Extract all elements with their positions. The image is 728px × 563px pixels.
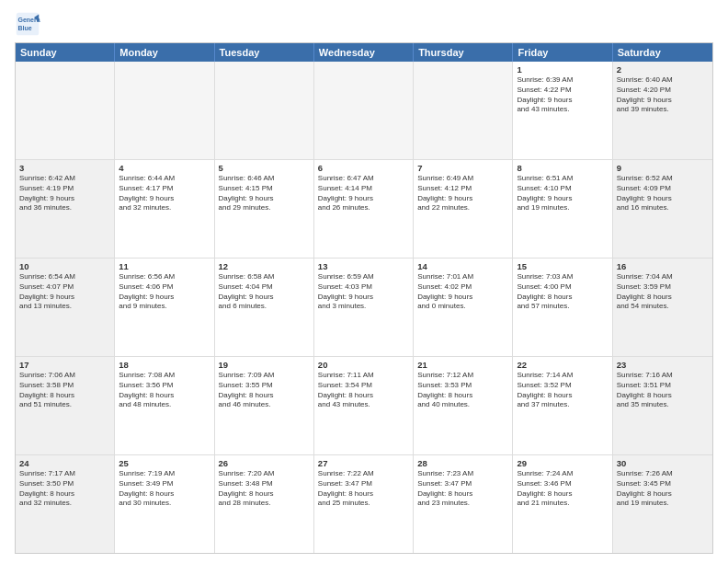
calendar-cell: 25Sunrise: 7:19 AM Sunset: 3:49 PM Dayli… <box>115 455 214 553</box>
cell-details: Sunrise: 7:12 AM Sunset: 3:53 PM Dayligh… <box>417 371 508 410</box>
day-number: 5 <box>219 163 310 173</box>
calendar-row-1: 1Sunrise: 6:39 AM Sunset: 4:22 PM Daylig… <box>16 62 712 160</box>
calendar: SundayMondayTuesdayWednesdayThursdayFrid… <box>15 42 713 554</box>
calendar-cell: 4Sunrise: 6:44 AM Sunset: 4:17 PM Daylig… <box>115 160 214 258</box>
calendar-cell: 19Sunrise: 7:09 AM Sunset: 3:55 PM Dayli… <box>215 357 314 454</box>
calendar-cell: 10Sunrise: 6:54 AM Sunset: 4:07 PM Dayli… <box>16 259 115 356</box>
day-number: 7 <box>417 163 508 173</box>
calendar-cell: 27Sunrise: 7:22 AM Sunset: 3:47 PM Dayli… <box>314 455 414 553</box>
calendar-cell: 22Sunrise: 7:14 AM Sunset: 3:52 PM Dayli… <box>513 357 612 454</box>
cell-details: Sunrise: 6:51 AM Sunset: 4:10 PM Dayligh… <box>517 174 608 213</box>
day-number: 22 <box>517 360 608 370</box>
cell-details: Sunrise: 7:17 AM Sunset: 3:50 PM Dayligh… <box>19 469 110 509</box>
day-number: 21 <box>417 360 508 370</box>
day-number: 27 <box>318 458 409 468</box>
day-number: 19 <box>219 360 310 370</box>
calendar-row-5: 24Sunrise: 7:17 AM Sunset: 3:50 PM Dayli… <box>16 455 712 553</box>
calendar-row-4: 17Sunrise: 7:06 AM Sunset: 3:58 PM Dayli… <box>16 357 712 455</box>
calendar-cell: 24Sunrise: 7:17 AM Sunset: 3:50 PM Dayli… <box>16 455 115 553</box>
calendar-row-2: 3Sunrise: 6:42 AM Sunset: 4:19 PM Daylig… <box>16 160 712 259</box>
cell-details: Sunrise: 7:04 AM Sunset: 3:59 PM Dayligh… <box>617 272 709 312</box>
calendar-cell: 18Sunrise: 7:08 AM Sunset: 3:56 PM Dayli… <box>115 357 214 454</box>
cell-details: Sunrise: 7:09 AM Sunset: 3:55 PM Dayligh… <box>219 371 310 410</box>
page: General Blue SundayMondayTuesdayWednesda… <box>0 0 728 563</box>
calendar-cell <box>215 62 314 159</box>
day-number: 20 <box>318 360 409 370</box>
calendar-row-3: 10Sunrise: 6:54 AM Sunset: 4:07 PM Dayli… <box>16 259 712 357</box>
calendar-cell: 13Sunrise: 6:59 AM Sunset: 4:03 PM Dayli… <box>314 259 414 356</box>
calendar-cell: 7Sunrise: 6:49 AM Sunset: 4:12 PM Daylig… <box>414 160 513 258</box>
header-day-wednesday: Wednesday <box>314 43 414 62</box>
header-day-tuesday: Tuesday <box>215 43 314 62</box>
calendar-cell: 1Sunrise: 6:39 AM Sunset: 4:22 PM Daylig… <box>513 62 612 159</box>
calendar-cell: 3Sunrise: 6:42 AM Sunset: 4:19 PM Daylig… <box>16 160 115 258</box>
calendar-cell: 12Sunrise: 6:58 AM Sunset: 4:04 PM Dayli… <box>215 259 314 356</box>
calendar-cell <box>414 62 513 159</box>
day-number: 15 <box>517 261 608 271</box>
calendar-cell: 6Sunrise: 6:47 AM Sunset: 4:14 PM Daylig… <box>314 160 414 258</box>
cell-details: Sunrise: 6:56 AM Sunset: 4:06 PM Dayligh… <box>119 272 210 312</box>
day-number: 2 <box>617 64 709 75</box>
day-number: 18 <box>119 360 210 370</box>
day-number: 16 <box>617 261 709 271</box>
cell-details: Sunrise: 7:22 AM Sunset: 3:47 PM Dayligh… <box>318 469 409 509</box>
header: General Blue <box>15 11 713 37</box>
day-number: 28 <box>417 458 508 468</box>
day-number: 23 <box>617 360 709 370</box>
calendar-cell: 5Sunrise: 6:46 AM Sunset: 4:15 PM Daylig… <box>215 160 314 258</box>
calendar-cell: 17Sunrise: 7:06 AM Sunset: 3:58 PM Dayli… <box>16 357 115 454</box>
cell-details: Sunrise: 7:06 AM Sunset: 3:58 PM Dayligh… <box>19 371 110 410</box>
cell-details: Sunrise: 7:16 AM Sunset: 3:51 PM Dayligh… <box>617 371 709 410</box>
logo: General Blue <box>15 11 44 37</box>
day-number: 24 <box>19 458 110 468</box>
day-number: 8 <box>517 163 608 173</box>
cell-details: Sunrise: 6:47 AM Sunset: 4:14 PM Dayligh… <box>318 174 409 213</box>
calendar-cell: 23Sunrise: 7:16 AM Sunset: 3:51 PM Dayli… <box>613 357 712 454</box>
cell-details: Sunrise: 7:08 AM Sunset: 3:56 PM Dayligh… <box>119 371 210 410</box>
calendar-cell: 2Sunrise: 6:40 AM Sunset: 4:20 PM Daylig… <box>613 62 712 159</box>
day-number: 3 <box>19 163 110 173</box>
cell-details: Sunrise: 6:49 AM Sunset: 4:12 PM Dayligh… <box>417 174 508 213</box>
cell-details: Sunrise: 7:14 AM Sunset: 3:52 PM Dayligh… <box>517 371 608 410</box>
day-number: 30 <box>617 458 709 468</box>
cell-details: Sunrise: 6:59 AM Sunset: 4:03 PM Dayligh… <box>318 272 409 312</box>
calendar-cell <box>115 62 214 159</box>
calendar-cell: 29Sunrise: 7:24 AM Sunset: 3:46 PM Dayli… <box>513 455 612 553</box>
day-number: 6 <box>318 163 409 173</box>
cell-details: Sunrise: 7:24 AM Sunset: 3:46 PM Dayligh… <box>517 469 608 509</box>
day-number: 11 <box>119 261 210 271</box>
cell-details: Sunrise: 6:52 AM Sunset: 4:09 PM Dayligh… <box>617 174 709 213</box>
header-day-thursday: Thursday <box>414 43 513 62</box>
calendar-body: 1Sunrise: 6:39 AM Sunset: 4:22 PM Daylig… <box>16 62 712 553</box>
cell-details: Sunrise: 6:42 AM Sunset: 4:19 PM Dayligh… <box>19 174 110 213</box>
calendar-cell <box>314 62 414 159</box>
cell-details: Sunrise: 7:19 AM Sunset: 3:49 PM Dayligh… <box>119 469 210 509</box>
cell-details: Sunrise: 6:39 AM Sunset: 4:22 PM Dayligh… <box>517 75 608 115</box>
calendar-cell: 14Sunrise: 7:01 AM Sunset: 4:02 PM Dayli… <box>414 259 513 356</box>
cell-details: Sunrise: 6:46 AM Sunset: 4:15 PM Dayligh… <box>219 174 310 213</box>
cell-details: Sunrise: 7:23 AM Sunset: 3:47 PM Dayligh… <box>417 469 508 509</box>
calendar-cell: 15Sunrise: 7:03 AM Sunset: 4:00 PM Dayli… <box>513 259 612 356</box>
day-number: 25 <box>119 458 210 468</box>
calendar-cell: 30Sunrise: 7:26 AM Sunset: 3:45 PM Dayli… <box>613 455 712 553</box>
day-number: 17 <box>19 360 110 370</box>
day-number: 1 <box>517 64 608 75</box>
cell-details: Sunrise: 7:01 AM Sunset: 4:02 PM Dayligh… <box>417 272 508 312</box>
cell-details: Sunrise: 7:11 AM Sunset: 3:54 PM Dayligh… <box>318 371 409 410</box>
cell-details: Sunrise: 6:44 AM Sunset: 4:17 PM Dayligh… <box>119 174 210 213</box>
day-number: 4 <box>119 163 210 173</box>
logo-icon: General Blue <box>15 11 40 37</box>
cell-details: Sunrise: 6:58 AM Sunset: 4:04 PM Dayligh… <box>219 272 310 312</box>
cell-details: Sunrise: 7:20 AM Sunset: 3:48 PM Dayligh… <box>219 469 310 509</box>
calendar-cell: 11Sunrise: 6:56 AM Sunset: 4:06 PM Dayli… <box>115 259 214 356</box>
header-day-saturday: Saturday <box>613 43 712 62</box>
calendar-cell: 28Sunrise: 7:23 AM Sunset: 3:47 PM Dayli… <box>414 455 513 553</box>
header-day-sunday: Sunday <box>16 43 115 62</box>
day-number: 14 <box>417 261 508 271</box>
day-number: 13 <box>318 261 409 271</box>
calendar-cell: 16Sunrise: 7:04 AM Sunset: 3:59 PM Dayli… <box>613 259 712 356</box>
calendar-cell: 9Sunrise: 6:52 AM Sunset: 4:09 PM Daylig… <box>613 160 712 258</box>
day-number: 26 <box>219 458 310 468</box>
header-day-friday: Friday <box>513 43 612 62</box>
cell-details: Sunrise: 6:40 AM Sunset: 4:20 PM Dayligh… <box>617 75 709 115</box>
